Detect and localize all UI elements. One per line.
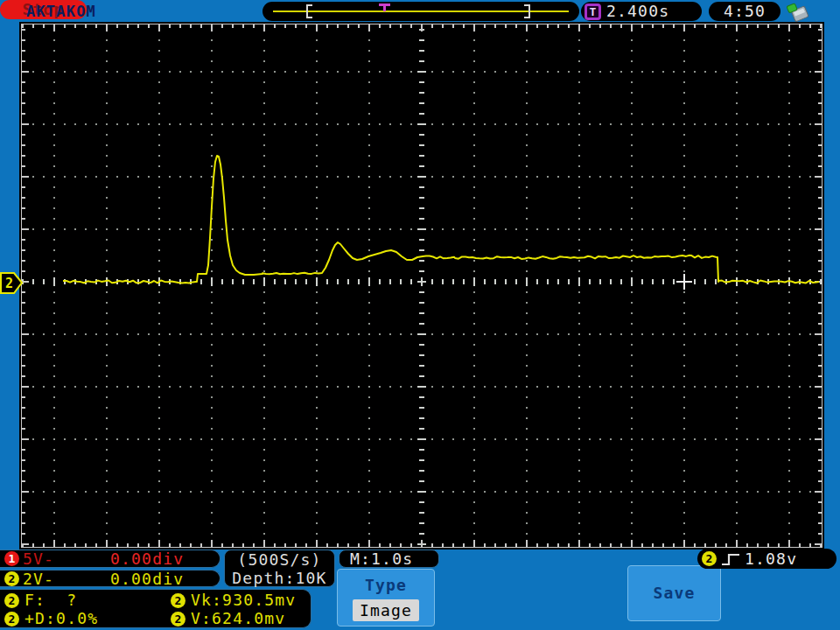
frequency-value: F: ? bbox=[24, 592, 77, 608]
channel2-badge: 2 bbox=[171, 612, 186, 626]
channel2-position-marker-icon: 2 bbox=[0, 271, 24, 295]
graticule-and-trace bbox=[19, 22, 824, 550]
clock: 4:50 bbox=[709, 2, 780, 21]
window-left-bracket-icon bbox=[306, 4, 312, 18]
trigger-position-t-marker-icon bbox=[379, 4, 390, 11]
channel2-badge: 2 bbox=[4, 593, 19, 608]
measurement-duty: 2 +D:0.0% bbox=[4, 611, 98, 626]
rising-edge-icon bbox=[719, 550, 742, 568]
channel2-badge: 2 bbox=[4, 571, 19, 586]
channel2-scale: 2V- bbox=[23, 571, 54, 587]
measurement-vk: 2 Vk:930.5mv bbox=[171, 592, 296, 608]
trigger-time-readout: T 2.400s bbox=[581, 2, 702, 21]
type-menu-button[interactable]: Type Image bbox=[337, 569, 435, 626]
save-button[interactable]: Save bbox=[627, 565, 721, 621]
trigger-icon: T bbox=[584, 4, 601, 20]
type-menu-selected-value[interactable]: Image bbox=[353, 599, 419, 621]
trigger-position-bar bbox=[262, 2, 579, 21]
trigger-time-value: 2.400s bbox=[606, 4, 669, 19]
duty-value: +D:0.0% bbox=[24, 611, 98, 626]
vk-value: Vk:930.5mv bbox=[191, 592, 296, 608]
window-right-bracket-icon bbox=[524, 4, 530, 18]
usb-device-icon bbox=[784, 1, 812, 23]
timebase-readout: M:1.0s bbox=[339, 550, 439, 568]
measurement-frequency: 2 F: ? bbox=[4, 592, 77, 608]
sample-rate: (500S/s) bbox=[225, 550, 334, 569]
channel1-position: 0.00div bbox=[110, 551, 184, 567]
channel2-marker-label: 2 bbox=[5, 276, 13, 291]
channel2-position: 0.00div bbox=[110, 571, 184, 587]
oscilloscope-screen: AKTAKOM Stop T 2.400s 4:50 2 1 5V- 0.00d… bbox=[0, 0, 840, 630]
channel2-badge: 2 bbox=[171, 593, 186, 608]
acquisition-readout: (500S/s) Depth:10K bbox=[224, 550, 335, 587]
type-menu-label: Type bbox=[338, 578, 434, 593]
channel2-badge: 2 bbox=[702, 551, 717, 566]
measurements-panel: 2 F: ? 2 +D:0.0% 2 Vk:930.5mv 2 V:624.0m… bbox=[0, 589, 312, 628]
channel2-readout-row: 2 2V- 0.00div bbox=[0, 570, 220, 587]
waveform-display bbox=[19, 22, 824, 550]
memory-depth: Depth:10K bbox=[225, 569, 334, 587]
brand-logo: AKTAKOM bbox=[26, 4, 96, 19]
trigger-level-value: 1.08v bbox=[745, 551, 797, 567]
channel2-badge: 2 bbox=[4, 612, 19, 626]
channel1-scale: 5V- bbox=[23, 551, 54, 567]
trigger-level-readout: 2 1.08v bbox=[697, 549, 836, 569]
channel1-readout-row: 1 5V- 0.00div bbox=[0, 550, 220, 568]
channel1-badge: 1 bbox=[4, 551, 19, 566]
v-value: V:624.0mv bbox=[191, 611, 285, 626]
measurement-v: 2 V:624.0mv bbox=[171, 611, 285, 626]
